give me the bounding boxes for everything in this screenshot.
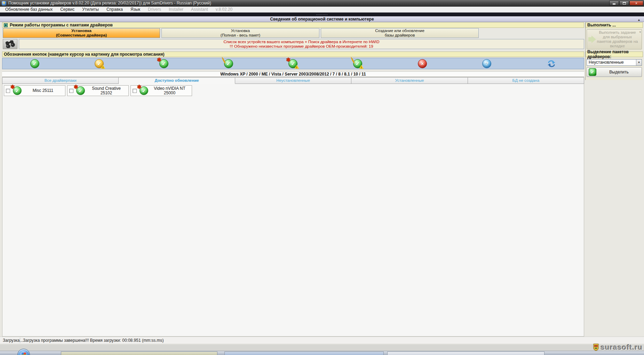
run-task-button[interactable]: Выполнить задание для выбранных пакетов … — [587, 29, 642, 49]
run-arrow-icon — [588, 36, 596, 43]
watermark: surasoft.ru — [593, 343, 643, 352]
minimize-button[interactable] — [609, 1, 619, 6]
driver-label-line2: 25102 — [85, 91, 128, 95]
star-overlay-icon: ✱ — [74, 84, 78, 90]
check-glyph: ✓ — [356, 61, 360, 67]
splitter-handle[interactable]: ......... — [0, 13, 644, 16]
refresh-icon[interactable] — [547, 59, 556, 69]
unknown-status-icon[interactable]: ? — [482, 59, 491, 68]
menu-update-databases[interactable]: Обновление баз данных — [1, 7, 56, 13]
update-available-icon: ✓ ✱ — [140, 86, 148, 95]
check-glyph: ✓ — [162, 61, 166, 67]
dropdown-value: Неустановленные — [587, 60, 636, 65]
dropdown-arrow-icon: ▼ — [636, 60, 642, 65]
driver-label-line2: 25000 — [148, 91, 191, 95]
driver-label-line1: Video nVIDIA NT — [148, 86, 191, 91]
window-controls: × — [609, 1, 643, 6]
minimize-icon — [613, 3, 615, 5]
right-panel: Выполнить ... Выполнить задание для выбр… — [585, 22, 643, 80]
desktop-strip — [0, 345, 644, 352]
key-overlay-icon — [351, 56, 356, 62]
driver-checkbox[interactable] — [133, 89, 137, 93]
star-overlay-icon: ✱ — [286, 57, 291, 63]
select-packages-button[interactable]: ✓ Выделить — [587, 67, 642, 77]
title-bar: Помощник установки драйверов v.8.02.20 (… — [0, 0, 644, 7]
driver-label: Video nVIDIA NT 25000 — [148, 86, 192, 95]
star-overlay-icon: ✱ — [137, 84, 142, 90]
menu-drivers: Drivers — [144, 7, 165, 13]
menu-language[interactable]: Язык — [127, 7, 144, 13]
tab-not-installed[interactable]: Неустановленные — [235, 77, 351, 84]
driver-checkbox[interactable] — [69, 89, 73, 93]
driver-item-video-nvidia[interactable]: ✓ ✱ Video nVIDIA NT 25000 — [130, 85, 192, 96]
update-available-icon[interactable]: ✓ ✱ — [159, 59, 168, 68]
taskbar-button[interactable] — [387, 352, 544, 355]
installed-ok-icon[interactable]: ✓ — [30, 59, 39, 68]
select-section-title: Выделение пакетов драйверов: — [587, 49, 643, 59]
menu-service[interactable]: Сервис — [56, 7, 78, 13]
menu-utilities[interactable]: Утилиты — [78, 7, 103, 13]
run-section-title: Выполнить ... — [587, 23, 616, 27]
taskbar-button[interactable] — [224, 352, 384, 355]
menu-installer: Installer — [165, 7, 187, 13]
run-dropdown-arrow-icon[interactable]: ▼ — [639, 31, 642, 34]
legend-icon-row: ✓ ✓ ! ✓ ✱ ✓ ✓ ✱ ! ✓ ! × ? — [2, 58, 584, 69]
menu-assistant: Assistant — [187, 7, 212, 13]
window-title: Помощник установки драйверов v.8.02.20 (… — [8, 1, 211, 6]
internet-update-icon[interactable]: ✓ — [224, 59, 233, 68]
tab-db-not-created[interactable]: БД не создана — [468, 77, 584, 84]
tab-all-driverpacks[interactable]: Все драйверпаки — [2, 77, 119, 84]
check-glyph: ✓ — [97, 61, 102, 67]
mode-button-line1: Установка — [3, 29, 160, 33]
mode-section-title: Режим работы программы с пакетами драйве… — [10, 23, 113, 27]
hwid-line1: Список всех устройств вашего компьютера … — [19, 40, 584, 44]
driver-tabs: Все драйверпаки Доступно обновление Неус… — [2, 77, 584, 84]
installed-warning-icon[interactable]: ✓ ! — [95, 59, 104, 68]
update-warning-icon[interactable]: ✓ ✱ ! — [288, 59, 297, 68]
run-task-label: Выполнить задание для выбранных пакетов … — [596, 30, 642, 48]
driver-item-sound-creative[interactable]: ✓ ✱ Sound Creative 25102 — [67, 85, 129, 96]
driver-list-area: ✓ ✱ Misc 25111 ✓ ✱ Sound Creative 25102 … — [2, 84, 584, 337]
tab-installed[interactable]: Установленные — [351, 77, 468, 84]
binoculars-icon — [5, 40, 15, 48]
watermark-text: surasoft.ru — [601, 343, 643, 352]
internet-update-warning-icon[interactable]: ✓ ! — [353, 59, 362, 68]
close-icon: × — [635, 1, 637, 5]
update-available-icon: ✓ ✱ — [76, 86, 85, 95]
check-glyph: ✓ — [291, 61, 295, 67]
check-glyph: ✓ — [226, 61, 231, 67]
driver-item-misc[interactable]: ✓ ✱ Misc 25111 — [4, 85, 65, 96]
emblem-icon — [593, 344, 599, 351]
status-bar: Загрузка... Загрузка программы завершена… — [0, 337, 644, 344]
taskbar-button[interactable] — [61, 352, 217, 355]
tab-update-available[interactable]: Доступно обновление — [119, 77, 235, 84]
hwid-search-button[interactable] — [3, 39, 17, 49]
mode-button-install-full[interactable]: Установка (Полная - весь пакет) — [161, 28, 319, 38]
check-glyph: ✓ — [15, 88, 19, 94]
package-filter-dropdown[interactable]: Неустановленные ▼ — [587, 59, 642, 66]
system-info-title: Сведения об операционой системе и компью… — [270, 17, 374, 22]
app-window: Помощник установки драйверов v.8.02.20 (… — [0, 0, 644, 355]
mode-button-line2: (Совместимые драйвера) — [3, 33, 160, 38]
hwid-line2: !!! Обнаружено неизвестных программе дра… — [19, 44, 584, 49]
mode-button-line1: Создание или обновление — [321, 29, 478, 33]
collapse-arrow-icon[interactable]: ▲ — [637, 17, 641, 23]
not-installed-icon[interactable]: × — [418, 59, 427, 68]
check-glyph: ✓ — [79, 88, 83, 94]
select-button-label: Выделить — [596, 70, 642, 74]
run-section-header: Выполнить ... — [586, 22, 643, 28]
menu-help[interactable]: Справка — [103, 7, 127, 13]
close-button[interactable]: × — [629, 1, 643, 6]
mode-button-install-compatible[interactable]: Установка (Совместимые драйвера) — [3, 28, 160, 38]
mode-button-create-database[interactable]: Создание или обновление базы драйверов — [321, 28, 479, 38]
driver-label: Misc 25111 — [22, 88, 65, 93]
update-available-icon: ✓ ✱ — [13, 86, 22, 95]
mode-button-line2: базы драйверов — [321, 33, 478, 38]
windows-version-bar: Windows XP / 2000 / ME / Vista / Server … — [2, 71, 584, 77]
maximize-button[interactable] — [619, 1, 629, 6]
driver-checkbox[interactable] — [6, 89, 10, 93]
status-left: Загрузка... — [0, 338, 20, 343]
hwid-info-panel: Список всех устройств вашего компьютера … — [19, 39, 584, 49]
driver-label-line1: Sound Creative — [85, 86, 128, 91]
mode-button-line2: (Полная - весь пакет) — [162, 33, 319, 38]
